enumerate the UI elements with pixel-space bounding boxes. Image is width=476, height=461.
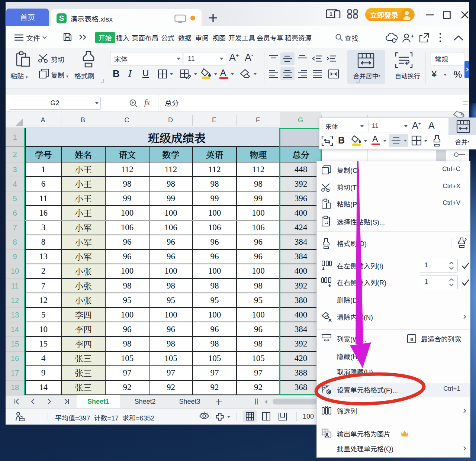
svg-text:1: 1 (329, 11, 332, 17)
svg-text:a: a (410, 336, 413, 342)
